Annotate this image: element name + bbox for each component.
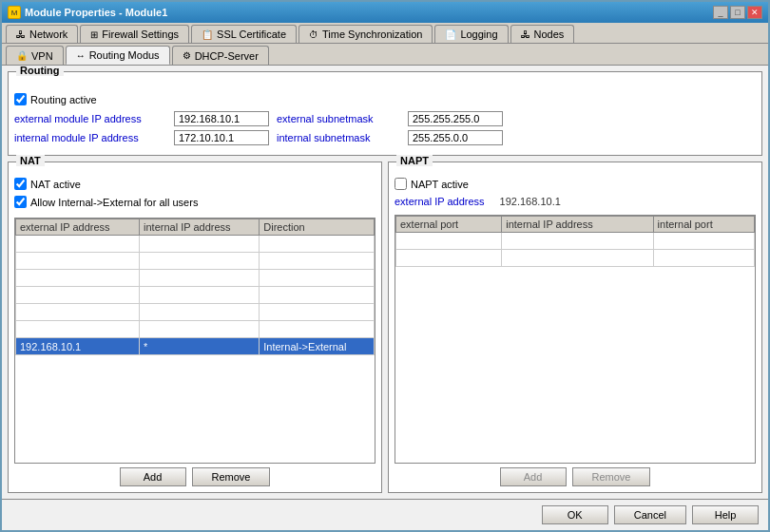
nat-add-button[interactable]: Add: [120, 467, 186, 486]
network-tab-icon: 🖧: [16, 29, 26, 40]
timesync-tab-icon: ⏱: [309, 29, 318, 40]
tab-nodes[interactable]: 🖧 Nodes: [510, 25, 575, 43]
table-row: [16, 270, 375, 287]
table-row: [16, 321, 375, 338]
table-row: [16, 236, 375, 253]
timesync-tab-label: Time Synchronization: [322, 28, 422, 40]
ok-button[interactable]: OK: [542, 505, 608, 524]
tab-network[interactable]: 🖧 Network: [6, 25, 78, 43]
routing-active-row: Routing active: [14, 93, 756, 105]
napt-remove-button[interactable]: Remove: [572, 467, 651, 486]
nat-btn-row: Add Remove: [14, 467, 375, 486]
napt-group: NAPT NAPT active external IP address 192…: [388, 162, 762, 493]
logging-tab-label: Logging: [460, 28, 497, 40]
nat-col-internal-ip: internal IP address: [140, 219, 260, 236]
vpn-tab-icon: 🔒: [16, 50, 28, 61]
routing-tab-label: Routing Modus: [89, 49, 160, 61]
napt-group-title: NAPT: [396, 155, 433, 166]
nat-group-title: NAT: [16, 155, 45, 166]
nat-active-row: NAT active: [14, 178, 375, 190]
tabs-row2: 🔒 VPN ↔ Routing Modus ⚙ DHCP-Server: [2, 44, 768, 66]
nat-active-checkbox[interactable]: [14, 178, 27, 190]
nat-allow-checkbox[interactable]: [14, 196, 27, 208]
routing-group-title: Routing: [16, 66, 64, 76]
firewall-tab-icon: ⊞: [90, 29, 98, 40]
nat-col-direction: Direction: [260, 219, 375, 236]
internal-ip-field[interactable]: [174, 130, 269, 145]
napt-col-internal-port: internal port: [653, 217, 754, 233]
cancel-button[interactable]: Cancel: [614, 505, 686, 524]
tab-timesync[interactable]: ⏱ Time Synchronization: [298, 25, 433, 43]
napt-btn-row: Add Remove: [395, 467, 756, 486]
help-button[interactable]: Help: [692, 505, 759, 524]
tab-logging[interactable]: 📄 Logging: [434, 25, 508, 43]
nat-remove-button[interactable]: Remove: [192, 467, 271, 486]
nat-napt-section: NAT NAT active Allow Internal->External …: [8, 162, 762, 493]
external-subnetmask-field[interactable]: [408, 111, 503, 126]
internal-subnetmask-label: internal subnetmask: [277, 132, 400, 143]
dhcp-tab-icon: ⚙: [183, 50, 191, 61]
routing-active-label: Routing active: [30, 94, 97, 105]
routing-group: Routing Routing active external module I…: [8, 71, 762, 156]
internal-subnetmask-field[interactable]: [408, 130, 503, 145]
window-icon: M: [8, 6, 21, 19]
napt-external-ip-value: 192.168.10.1: [500, 196, 561, 207]
nat-table-container: external IP address internal IP address …: [14, 218, 375, 464]
nat-active-label: NAT active: [30, 179, 81, 190]
external-ip-row: external module IP address external subn…: [14, 111, 756, 126]
napt-ip-row: external IP address 192.168.10.1: [395, 196, 756, 207]
ssl-tab-icon: 📋: [202, 29, 213, 40]
tab-firewall[interactable]: ⊞ Firewall Settings: [80, 25, 189, 43]
napt-active-row: NAPT active: [395, 178, 756, 190]
table-row: [396, 233, 755, 250]
internal-ip-label: internal module IP address: [14, 132, 166, 143]
footer: OK Cancel Help: [2, 499, 768, 530]
nat-group: NAT NAT active Allow Internal->External …: [8, 162, 382, 493]
firewall-tab-label: Firewall Settings: [102, 28, 179, 40]
dhcp-tab-label: DHCP-Server: [195, 50, 259, 62]
close-button[interactable]: ✕: [747, 6, 762, 19]
napt-table: external port internal IP address intern…: [395, 216, 755, 267]
table-row: [16, 304, 375, 321]
nat-allow-row: Allow Internal->External for all users: [14, 196, 375, 208]
network-tab-label: Network: [29, 28, 67, 40]
table-row: [396, 250, 755, 267]
window-title: Module Properties - Module1: [25, 7, 167, 18]
tab-ssl[interactable]: 📋 SSL Certificate: [191, 25, 297, 43]
table-row[interactable]: 192.168.10.1*Internal->External: [16, 338, 375, 355]
titlebar: M Module Properties - Module1 _ □ ✕: [2, 2, 768, 23]
napt-add-button[interactable]: Add: [500, 467, 567, 486]
napt-col-internal-ip: internal IP address: [502, 217, 653, 233]
maximize-button[interactable]: □: [730, 6, 745, 19]
table-row: [16, 253, 375, 270]
napt-col-external-port: external port: [396, 217, 502, 233]
tab-routing[interactable]: ↔ Routing Modus: [66, 46, 170, 65]
internal-ip-row: internal module IP address internal subn…: [14, 130, 756, 145]
tab-dhcp[interactable]: ⚙ DHCP-Server: [172, 46, 269, 65]
nat-col-external-ip: external IP address: [16, 219, 140, 236]
external-ip-field[interactable]: [174, 111, 269, 126]
nat-allow-label: Allow Internal->External for all users: [30, 197, 198, 208]
nat-table: external IP address internal IP address …: [15, 218, 375, 355]
main-content: Routing Routing active external module I…: [2, 66, 768, 499]
napt-active-label: NAPT active: [411, 179, 469, 190]
napt-table-container: external port internal IP address intern…: [395, 215, 756, 464]
routing-tab-icon: ↔: [76, 50, 86, 61]
minimize-button[interactable]: _: [713, 6, 728, 19]
titlebar-controls: _ □ ✕: [713, 6, 762, 19]
module-properties-window: M Module Properties - Module1 _ □ ✕ 🖧 Ne…: [0, 0, 770, 532]
ssl-tab-label: SSL Certificate: [217, 28, 286, 40]
table-row: [16, 287, 375, 304]
nodes-tab-label: Nodes: [534, 28, 565, 40]
external-ip-label: external module IP address: [14, 113, 166, 124]
routing-active-checkbox[interactable]: [14, 93, 27, 105]
nodes-tab-icon: 🖧: [521, 29, 530, 40]
external-subnetmask-label: external subnetmask: [277, 113, 400, 124]
vpn-tab-label: VPN: [31, 50, 53, 62]
napt-external-ip-label: external IP address: [395, 196, 485, 207]
logging-tab-icon: 📄: [445, 29, 456, 40]
tab-vpn[interactable]: 🔒 VPN: [6, 46, 64, 65]
tabs-row1: 🖧 Network ⊞ Firewall Settings 📋 SSL Cert…: [2, 23, 768, 44]
napt-active-checkbox[interactable]: [395, 178, 407, 190]
